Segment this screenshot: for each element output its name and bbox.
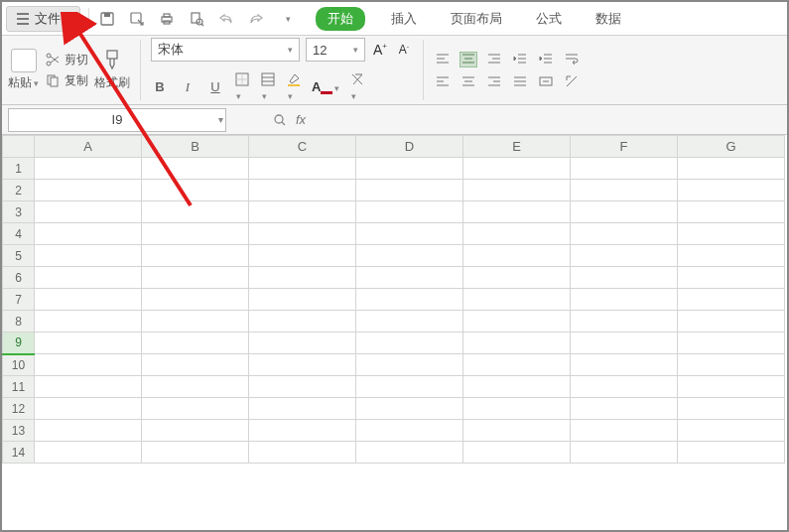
row-header[interactable]: 8	[3, 311, 35, 332]
spreadsheet-grid[interactable]: ABCDEFG1234567891011121314	[2, 135, 787, 530]
cell[interactable]	[249, 420, 356, 442]
cell[interactable]	[571, 420, 678, 442]
cell[interactable]	[249, 376, 356, 398]
cell[interactable]	[249, 311, 356, 332]
align-left-icon[interactable]	[434, 73, 452, 89]
cell[interactable]	[249, 245, 356, 267]
fill-pattern-button[interactable]: ▾	[260, 71, 276, 102]
font-color-button[interactable]: A▾	[312, 79, 339, 94]
tab-insert[interactable]: 插入	[383, 7, 425, 31]
cell[interactable]	[249, 354, 356, 376]
cell[interactable]	[463, 180, 571, 201]
cell[interactable]	[678, 332, 785, 354]
save-icon[interactable]	[97, 9, 117, 29]
cell[interactable]	[356, 332, 463, 354]
cell[interactable]	[463, 267, 571, 289]
cell[interactable]	[142, 267, 249, 289]
cell[interactable]	[356, 267, 463, 289]
cell[interactable]	[249, 267, 356, 289]
cell[interactable]	[571, 354, 678, 376]
underline-button[interactable]: U	[206, 79, 224, 94]
print-preview-icon[interactable]	[187, 9, 206, 29]
undo-icon[interactable]	[216, 9, 236, 29]
cell[interactable]	[249, 223, 356, 245]
cell[interactable]	[678, 376, 785, 398]
cell[interactable]	[463, 442, 571, 464]
tab-layout[interactable]: 页面布局	[443, 7, 510, 31]
indent-increase-icon[interactable]	[537, 52, 555, 67]
cell[interactable]	[571, 311, 678, 332]
indent-decrease-icon[interactable]	[511, 52, 529, 67]
tab-formula[interactable]: 公式	[528, 7, 570, 31]
cell[interactable]	[142, 223, 249, 245]
cell[interactable]	[35, 442, 142, 464]
cell[interactable]	[249, 332, 356, 354]
cell[interactable]	[571, 158, 678, 180]
print-icon[interactable]	[157, 9, 177, 29]
cell[interactable]	[356, 420, 463, 442]
cell[interactable]	[142, 420, 249, 442]
cell[interactable]	[678, 201, 785, 223]
cell[interactable]	[678, 354, 785, 376]
align-top-right-icon[interactable]	[485, 52, 503, 67]
row-header[interactable]: 11	[3, 376, 35, 398]
cell[interactable]	[678, 267, 785, 289]
align-center-icon[interactable]	[460, 73, 477, 89]
select-all-corner[interactable]	[3, 136, 35, 158]
cell[interactable]	[35, 245, 142, 267]
qat-more-icon[interactable]: ▾	[278, 9, 298, 29]
column-header[interactable]: F	[571, 136, 678, 158]
cell[interactable]	[678, 245, 785, 267]
orientation-icon[interactable]	[563, 73, 581, 89]
row-header[interactable]: 4	[3, 223, 35, 245]
fx-label[interactable]: fx	[296, 112, 306, 127]
align-justify-icon[interactable]	[511, 73, 529, 89]
bold-button[interactable]: B	[151, 79, 169, 94]
cell[interactable]	[571, 267, 678, 289]
cell[interactable]	[356, 245, 463, 267]
cell[interactable]	[678, 420, 785, 442]
cell[interactable]	[571, 332, 678, 354]
cell[interactable]	[463, 223, 571, 245]
align-top-center-icon[interactable]	[460, 52, 477, 67]
cell[interactable]	[356, 442, 463, 464]
file-menu-button[interactable]: 文件 ▾	[6, 6, 80, 32]
column-header[interactable]: G	[678, 136, 785, 158]
wrap-text-icon[interactable]	[563, 52, 581, 67]
cell[interactable]	[463, 354, 571, 376]
align-right-icon[interactable]	[485, 73, 503, 89]
decrease-font-icon[interactable]: A-	[395, 43, 413, 57]
cell[interactable]	[35, 398, 142, 420]
fill-color-button[interactable]: ▾	[286, 71, 302, 102]
column-header[interactable]: B	[142, 136, 249, 158]
cell[interactable]	[678, 311, 785, 332]
cell[interactable]	[463, 311, 571, 332]
row-header[interactable]: 12	[3, 398, 35, 420]
cell[interactable]	[463, 289, 571, 311]
align-top-left-icon[interactable]	[434, 52, 452, 67]
cell[interactable]	[249, 398, 356, 420]
clear-format-button[interactable]: ▾	[349, 71, 365, 102]
italic-button[interactable]: I	[179, 79, 197, 95]
border-button[interactable]: ▾	[234, 71, 250, 102]
redo-icon[interactable]	[246, 9, 266, 29]
cell[interactable]	[142, 180, 249, 201]
column-header[interactable]: E	[463, 136, 571, 158]
cell[interactable]	[678, 289, 785, 311]
row-header[interactable]: 10	[3, 354, 35, 376]
cell[interactable]	[356, 311, 463, 332]
merge-cells-icon[interactable]	[537, 73, 555, 89]
cell[interactable]	[678, 180, 785, 201]
cell[interactable]	[35, 180, 142, 201]
cell[interactable]	[356, 354, 463, 376]
cell[interactable]	[463, 398, 571, 420]
cell[interactable]	[35, 267, 142, 289]
cut-button[interactable]: 剪切	[45, 52, 88, 68]
font-size-select[interactable]: 12 ▾	[306, 38, 365, 62]
increase-font-icon[interactable]: A+	[371, 42, 389, 58]
cell[interactable]	[356, 201, 463, 223]
cell[interactable]	[142, 289, 249, 311]
cell[interactable]	[463, 201, 571, 223]
cell[interactable]	[356, 158, 463, 180]
cell[interactable]	[571, 201, 678, 223]
